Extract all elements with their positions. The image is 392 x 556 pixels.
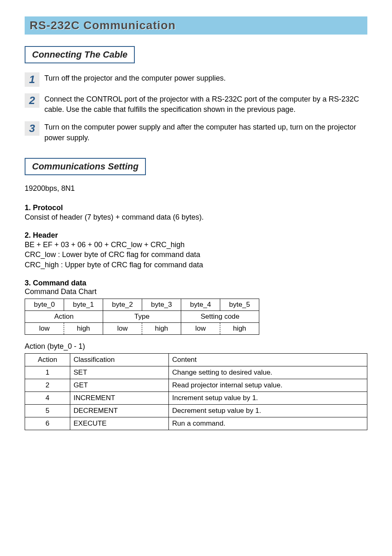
baud-rate: 19200bps, 8N1 <box>25 184 367 193</box>
step-number: 2 <box>25 93 39 108</box>
action-table: Action Classification Content 1 SET Chan… <box>25 353 367 430</box>
cell-low: low <box>25 322 64 334</box>
table-row: byte_0 byte_1 byte_2 byte_3 byte_4 byte_… <box>25 299 259 310</box>
table-row: low high low high low high <box>25 322 259 334</box>
cell-setting-code: Setting code <box>181 310 259 322</box>
cell-content: Run a command. <box>169 417 367 430</box>
action-table-caption: Action (byte_0 - 1) <box>25 342 367 351</box>
col-action-header: Action <box>25 353 70 366</box>
step-text: Turn off the projector and the computer … <box>44 72 226 83</box>
table-row: 6 EXECUTE Run a command. <box>25 417 367 430</box>
cell-action-code: 6 <box>25 417 70 430</box>
cell-byte3: byte_3 <box>142 299 181 310</box>
table-row: 5 DECREMENT Decrement setup value by 1. <box>25 404 367 417</box>
page-title: RS-232C Communication <box>25 16 367 35</box>
steps-list: 1 Turn off the projector and the compute… <box>25 72 367 143</box>
header-line-2: CRC_low : Lower byte of CRC flag for com… <box>25 250 200 259</box>
cell-high: high <box>64 322 103 334</box>
cell-classification: EXECUTE <box>70 417 169 430</box>
cell-classification: SET <box>70 366 169 379</box>
protocol-body: Consist of header (7 bytes) + command da… <box>25 212 367 222</box>
cell-content: Decrement setup value by 1. <box>169 404 367 417</box>
cell-content: Increment setup value by 1. <box>169 392 367 404</box>
col-content-header: Content <box>169 353 367 366</box>
protocol-heading: 1. Protocol <box>25 204 367 212</box>
cell-classification: GET <box>70 379 169 392</box>
cell-byte5: byte_5 <box>220 299 259 310</box>
cell-high: high <box>142 322 181 334</box>
cell-type: Type <box>103 310 181 322</box>
table-row: 4 INCREMENT Increment setup value by 1. <box>25 392 367 404</box>
table-row: 1 SET Change setting to desired value. <box>25 366 367 379</box>
cell-low: low <box>181 322 220 334</box>
col-classification-header: Classification <box>70 353 169 366</box>
cell-classification: DECREMENT <box>70 404 169 417</box>
header-line-3: CRC_high : Upper byte of CRC flag for co… <box>25 261 203 269</box>
cell-action: Action <box>25 310 103 322</box>
cell-content: Change setting to desired value. <box>169 366 367 379</box>
command-data-caption: Command Data Chart <box>25 287 367 296</box>
section-connecting-cable: Connecting The Cable <box>25 46 135 63</box>
cell-content: Read projector internal setup value. <box>169 379 367 392</box>
step-3: 3 Turn on the computer power supply and … <box>25 121 367 143</box>
cell-high: high <box>220 322 259 334</box>
section-communications-setting: Communications Setting <box>25 158 146 175</box>
cell-byte2: byte_2 <box>103 299 142 310</box>
cell-action-code: 4 <box>25 392 70 404</box>
cell-byte0: byte_0 <box>25 299 64 310</box>
step-text: Connect the CONTROL port of the projecto… <box>44 93 367 115</box>
step-number: 1 <box>25 72 39 87</box>
cell-action-code: 2 <box>25 379 70 392</box>
header-heading: 2. Header <box>25 231 367 240</box>
table-row: 2 GET Read projector internal setup valu… <box>25 379 367 392</box>
step-1: 1 Turn off the projector and the compute… <box>25 72 367 87</box>
cell-byte1: byte_1 <box>64 299 103 310</box>
header-line-1: BE + EF + 03 + 06 + 00 + CRC_low + CRC_h… <box>25 241 184 249</box>
header-body: BE + EF + 03 + 06 + 00 + CRC_low + CRC_h… <box>25 240 367 270</box>
step-2: 2 Connect the CONTROL port of the projec… <box>25 93 367 115</box>
step-number: 3 <box>25 121 39 136</box>
table-row: Action Type Setting code <box>25 310 259 322</box>
table-header-row: Action Classification Content <box>25 353 367 366</box>
command-data-table: byte_0 byte_1 byte_2 byte_3 byte_4 byte_… <box>25 299 259 335</box>
cell-classification: INCREMENT <box>70 392 169 404</box>
cell-action-code: 1 <box>25 366 70 379</box>
cell-byte4: byte_4 <box>181 299 220 310</box>
cell-low: low <box>103 322 142 334</box>
cell-action-code: 5 <box>25 404 70 417</box>
step-text: Turn on the computer power supply and af… <box>44 121 367 143</box>
command-data-heading: 3. Command data <box>25 279 367 287</box>
